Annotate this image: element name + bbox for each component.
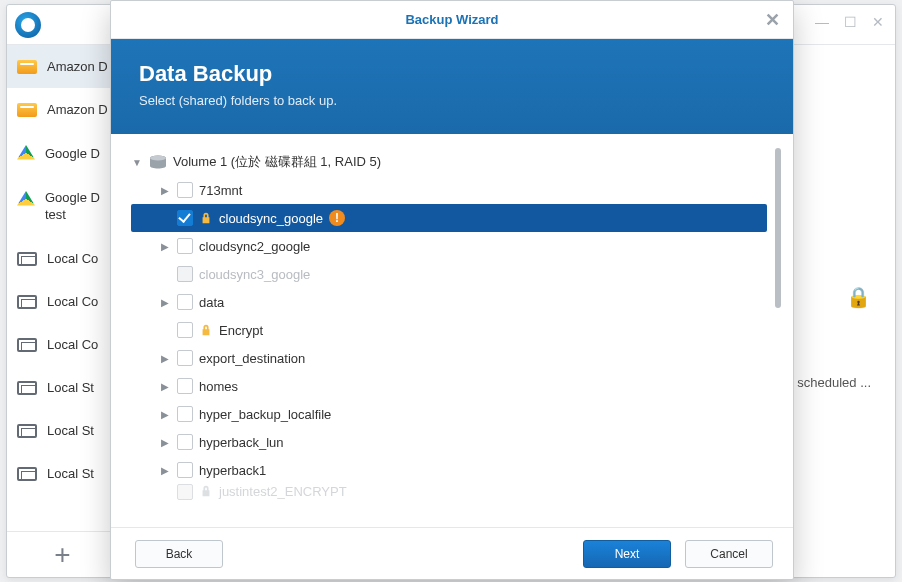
sidebar-item-local-2[interactable]: Local Co: [7, 280, 118, 323]
lock-person-icon[interactable]: 🔒: [846, 285, 871, 309]
amazon-icon: [17, 103, 37, 117]
folder-checkbox[interactable]: [177, 406, 193, 422]
close-window-icon[interactable]: ✕: [871, 15, 885, 29]
sidebar-item-local-6[interactable]: Local St: [7, 452, 118, 495]
folder-checkbox[interactable]: [177, 350, 193, 366]
next-button-label: Next: [615, 547, 640, 561]
local-storage-icon: [17, 424, 37, 438]
chevron-right-icon[interactable]: ▶: [159, 296, 171, 308]
sidebar-item-label: Local Co: [47, 294, 98, 309]
svg-point-1: [150, 156, 166, 161]
folder-label: 713mnt: [199, 183, 242, 198]
local-storage-icon: [17, 381, 37, 395]
sidebar-item-local-5[interactable]: Local St: [7, 409, 118, 452]
sidebar-item-label: Local St: [47, 466, 94, 481]
dialog-heading: Data Backup: [139, 61, 765, 87]
chevron-down-icon[interactable]: ▼: [131, 156, 143, 168]
folder-checkbox[interactable]: [177, 322, 193, 338]
window-controls: — ☐ ✕: [815, 15, 885, 29]
google-drive-icon: [17, 145, 35, 161]
folder-checkbox: [177, 266, 193, 282]
google-drive-icon: [17, 191, 35, 207]
folder-checkbox[interactable]: [177, 182, 193, 198]
folder-node[interactable]: ▶ hyperback1: [131, 456, 767, 484]
chevron-right-icon[interactable]: ▶: [159, 352, 171, 364]
plus-icon: +: [54, 539, 70, 571]
folder-node[interactable]: ▶ data: [131, 288, 767, 316]
folder-node[interactable]: ▶ 713mnt: [131, 176, 767, 204]
folder-checkbox[interactable]: [177, 238, 193, 254]
amazon-icon: [17, 60, 37, 74]
sidebar-item-local-3[interactable]: Local Co: [7, 323, 118, 366]
dialog-title: Backup Wizard: [405, 12, 498, 27]
dialog-body: ▼ Volume 1 (位於 磁碟群組 1, RAID 5) ▶ 713mnt …: [111, 134, 793, 527]
folder-label: export_destination: [199, 351, 305, 366]
folder-label: cloudsync_google: [219, 211, 323, 226]
next-button[interactable]: Next: [583, 540, 671, 568]
sidebar-item-local-1[interactable]: Local Co: [7, 237, 118, 280]
maximize-icon[interactable]: ☐: [843, 15, 857, 29]
scrollbar-thumb[interactable]: [775, 148, 781, 308]
folder-node[interactable]: ▶ hyperback_lun: [131, 428, 767, 456]
sidebar-item-label: Local Co: [47, 251, 98, 266]
folder-label: hyperback1: [199, 463, 266, 478]
chevron-right-icon[interactable]: ▶: [159, 184, 171, 196]
folder-node[interactable]: ▶ Encrypt: [131, 316, 767, 344]
sidebar-item-label: Local St: [47, 423, 94, 438]
folder-label: justintest2_ENCRYPT: [219, 484, 347, 499]
folder-checkbox[interactable]: [177, 210, 193, 226]
add-target-button[interactable]: +: [7, 531, 118, 577]
folder-checkbox[interactable]: [177, 378, 193, 394]
minimize-icon[interactable]: —: [815, 15, 829, 29]
sidebar: Amazon D Amazon D Google D Google D test…: [7, 45, 119, 577]
folder-label: hyper_backup_localfile: [199, 407, 331, 422]
dialog-titlebar[interactable]: Backup Wizard ✕: [111, 1, 793, 39]
sidebar-item-gdrive-1[interactable]: Google D: [7, 131, 118, 175]
sidebar-item-local-4[interactable]: Local St: [7, 366, 118, 409]
folder-node[interactable]: ▶ cloudsync2_google: [131, 232, 767, 260]
volume-node[interactable]: ▼ Volume 1 (位於 磁碟群組 1, RAID 5): [131, 148, 767, 176]
sidebar-item-gdrive-test[interactable]: Google D test: [7, 175, 118, 237]
folder-node-disabled: ▶ cloudsync3_google: [131, 260, 767, 288]
folder-checkbox[interactable]: [177, 484, 193, 500]
schedule-note: scheduled ...: [797, 375, 871, 390]
sidebar-item-label: Local Co: [47, 337, 98, 352]
dialog-header: Data Backup Select (shared) folders to b…: [111, 39, 793, 134]
chevron-right-icon[interactable]: ▶: [159, 408, 171, 420]
folder-node[interactable]: ▶ hyper_backup_localfile: [131, 400, 767, 428]
folder-node-partial[interactable]: ▶ justintest2_ENCRYPT: [131, 484, 767, 502]
folder-node[interactable]: ▶ homes: [131, 372, 767, 400]
folder-label: cloudsync2_google: [199, 239, 310, 254]
folder-node[interactable]: ▶ export_destination: [131, 344, 767, 372]
volume-label: Volume 1 (位於 磁碟群組 1, RAID 5): [173, 153, 381, 171]
folder-checkbox[interactable]: [177, 434, 193, 450]
sidebar-item-label: Google D: [45, 146, 100, 161]
close-icon[interactable]: ✕: [761, 9, 783, 31]
folder-checkbox[interactable]: [177, 462, 193, 478]
lock-icon: [199, 323, 213, 337]
back-button[interactable]: Back: [135, 540, 223, 568]
cancel-button[interactable]: Cancel: [685, 540, 773, 568]
lock-icon: [199, 484, 213, 498]
sidebar-item-label: Amazon D: [47, 102, 108, 117]
folder-checkbox[interactable]: [177, 294, 193, 310]
app-icon: [15, 12, 41, 38]
volume-icon: [149, 155, 167, 169]
chevron-right-icon[interactable]: ▶: [159, 240, 171, 252]
folder-node-selected[interactable]: ▶ cloudsync_google !: [131, 204, 767, 232]
folder-label: data: [199, 295, 224, 310]
folder-label: homes: [199, 379, 238, 394]
chevron-right-icon[interactable]: ▶: [159, 380, 171, 392]
folder-label: hyperback_lun: [199, 435, 284, 450]
backup-wizard-dialog: Backup Wizard ✕ Data Backup Select (shar…: [110, 0, 794, 580]
sidebar-item-amazon-1[interactable]: Amazon D: [7, 45, 118, 88]
local-storage-icon: [17, 252, 37, 266]
sidebar-item-label: Local St: [47, 380, 94, 395]
cancel-button-label: Cancel: [710, 547, 747, 561]
local-storage-icon: [17, 338, 37, 352]
local-storage-icon: [17, 467, 37, 481]
lock-icon: [199, 211, 213, 225]
sidebar-item-amazon-2[interactable]: Amazon D: [7, 88, 118, 131]
chevron-right-icon[interactable]: ▶: [159, 464, 171, 476]
chevron-right-icon[interactable]: ▶: [159, 436, 171, 448]
